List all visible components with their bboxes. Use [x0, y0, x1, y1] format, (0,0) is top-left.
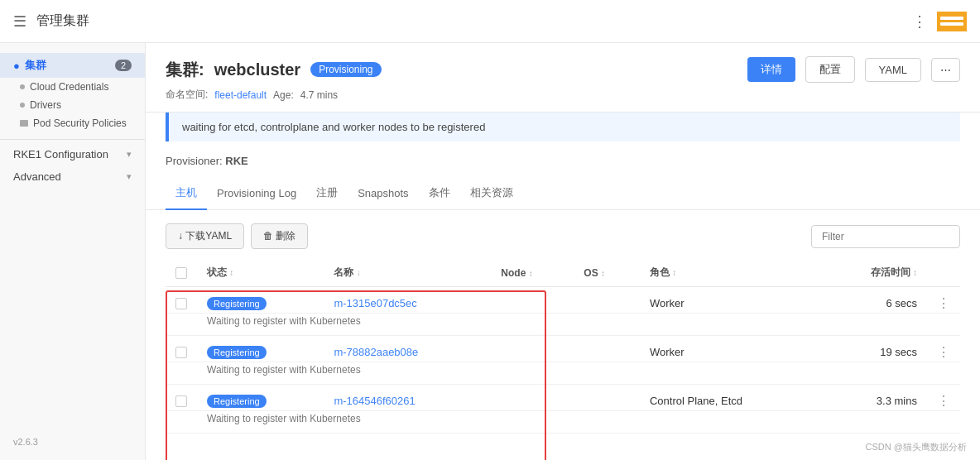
- download-yaml-button[interactable]: ↓ 下载YAML: [166, 223, 244, 249]
- row-checkbox[interactable]: [175, 395, 187, 407]
- uptime-value: 6 secs: [820, 287, 927, 314]
- role-value: Worker: [640, 287, 820, 314]
- topbar-dots-icon[interactable]: ⋮: [912, 12, 927, 31]
- table-row: Registering m-164546f60261 Control Plane…: [166, 385, 960, 411]
- row-checkbox[interactable]: [175, 347, 187, 358]
- data-table: 状态 ↕ 名称 ↓ Node ↕ OS ↕ 角色 ↕ 存活时间 ↕: [166, 259, 960, 434]
- col-role[interactable]: 角色 ↕: [640, 259, 820, 287]
- namespace-link[interactable]: fleet-default: [214, 89, 267, 101]
- row-actions-icon[interactable]: ⋮: [937, 394, 950, 408]
- alert-bar: waiting for etcd, controlplane and worke…: [166, 113, 960, 141]
- cloud-credentials-label: Cloud Credentials: [30, 81, 108, 93]
- provisioner-row: Provisioner: RKE: [146, 151, 980, 177]
- machine-link[interactable]: m-1315e07dc5ec: [334, 297, 416, 309]
- provisioning-badge: Provisioning: [310, 62, 381, 77]
- col-node[interactable]: Node ↕: [491, 259, 574, 287]
- topbar-title: 管理集群: [36, 12, 89, 30]
- provisioner-label: Provisioner:: [166, 155, 223, 167]
- more-button[interactable]: ⋯: [931, 58, 960, 82]
- table-row-sub: Waiting to register with Kubernetes: [166, 411, 960, 434]
- table-area: ↓ 下载YAML 🗑 删除 状态 ↕ 名称 ↓ Node ↕ OS ↕: [146, 210, 980, 447]
- chevron-down-icon: ▾: [127, 171, 132, 182]
- os-value: [574, 336, 640, 362]
- provisioner-value: RKE: [225, 155, 247, 167]
- table-row: Registering m-1315e07dc5ec Worker 6 secs…: [166, 287, 960, 314]
- circle-icon: ●: [13, 60, 20, 72]
- sidebar-item-advanced[interactable]: Advanced ▾: [0, 165, 145, 188]
- tabs-bar: 主机 Provisioning Log 注册 Snapshots 条件 相关资源: [146, 177, 980, 210]
- dot-icon: [20, 84, 25, 89]
- clusters-badge: 2: [115, 60, 132, 71]
- topbar: ☰ 管理集群 ⋮: [0, 0, 980, 43]
- col-status[interactable]: 状态 ↕: [197, 259, 324, 287]
- uptime-value: 19 secs: [820, 336, 927, 362]
- node-value: [491, 336, 574, 362]
- watermark: CSDN @猫头鹰数据分析: [866, 441, 967, 453]
- sidebar: ● 集群 2 Cloud Credentials Drivers Pod Sec…: [0, 43, 146, 460]
- delete-button[interactable]: 🗑 删除: [251, 223, 308, 249]
- advanced-label: Advanced: [13, 170, 61, 183]
- sub-text: Waiting to register with Kubernetes: [197, 314, 960, 336]
- main-content: 集群: webcluster Provisioning 详情 配置 YAML ⋯…: [146, 43, 980, 460]
- tab-snapshots[interactable]: Snapshots: [348, 179, 418, 209]
- table-wrapper: 状态 ↕ 名称 ↓ Node ↕ OS ↕ 角色 ↕ 存活时间 ↕: [166, 259, 960, 434]
- sidebar-item-clusters[interactable]: ● 集群 2: [0, 53, 145, 78]
- dot-icon: [20, 103, 25, 108]
- role-value: Worker: [640, 336, 820, 362]
- os-value: [574, 385, 640, 411]
- row-actions-icon[interactable]: ⋮: [937, 345, 950, 359]
- row-actions-icon[interactable]: ⋮: [937, 296, 950, 310]
- sub-text: Waiting to register with Kubernetes: [197, 411, 960, 434]
- pod-security-policies-label: Pod Security Policies: [33, 117, 127, 129]
- topbar-logo: [937, 12, 967, 31]
- namespace-label: 命名空间:: [166, 88, 208, 102]
- rect-icon: [20, 120, 28, 127]
- tab-registration[interactable]: 注册: [306, 177, 348, 210]
- yaml-button[interactable]: YAML: [865, 58, 921, 82]
- table-row: Registering m-78882aaeb08e Worker 19 sec…: [166, 336, 960, 362]
- config-button[interactable]: 配置: [805, 56, 855, 83]
- chevron-down-icon: ▾: [127, 149, 132, 160]
- row-checkbox[interactable]: [175, 298, 187, 309]
- sidebar-item-cloud-credentials[interactable]: Cloud Credentials: [0, 78, 145, 96]
- status-badge: Registering: [207, 346, 267, 359]
- cluster-header: 集群: webcluster Provisioning 详情 配置 YAML ⋯…: [146, 43, 980, 113]
- tab-provisioning-log[interactable]: Provisioning Log: [207, 179, 306, 209]
- detail-button[interactable]: 详情: [747, 57, 795, 82]
- cluster-name: webcluster: [214, 60, 300, 79]
- role-value: Control Plane, Etcd: [640, 385, 820, 411]
- age-value: 4.7 mins: [300, 89, 338, 101]
- cluster-title-prefix: 集群:: [166, 59, 204, 81]
- sidebar-item-drivers[interactable]: Drivers: [0, 96, 145, 114]
- rke1-label: RKE1 Configuration: [13, 148, 108, 161]
- filter-input[interactable]: [811, 225, 960, 248]
- drivers-label: Drivers: [30, 99, 61, 111]
- os-value: [574, 287, 640, 314]
- uptime-value: 3.3 mins: [820, 385, 927, 411]
- status-badge: Registering: [207, 395, 267, 408]
- node-value: [491, 385, 574, 411]
- menu-icon[interactable]: ☰: [13, 12, 26, 31]
- tab-related-resources[interactable]: 相关资源: [460, 177, 523, 210]
- machine-link[interactable]: m-78882aaeb08e: [334, 346, 418, 358]
- col-os[interactable]: OS ↕: [574, 259, 640, 287]
- age-label: Age:: [273, 89, 294, 101]
- version-label: v2.6.3: [0, 430, 51, 453]
- tab-hosts[interactable]: 主机: [166, 177, 207, 210]
- col-name[interactable]: 名称 ↓: [324, 259, 491, 287]
- sidebar-item-rke1-configuration[interactable]: RKE1 Configuration ▾: [0, 143, 145, 165]
- select-all-checkbox[interactable]: [175, 267, 187, 279]
- tab-conditions[interactable]: 条件: [419, 177, 460, 210]
- sidebar-item-pod-security-policies[interactable]: Pod Security Policies: [0, 114, 145, 132]
- col-uptime[interactable]: 存活时间 ↕: [820, 259, 927, 287]
- node-value: [491, 287, 574, 314]
- table-row-sub: Waiting to register with Kubernetes: [166, 362, 960, 385]
- status-badge: Registering: [207, 297, 267, 310]
- clusters-label: 集群: [25, 58, 46, 73]
- table-row-sub: Waiting to register with Kubernetes: [166, 314, 960, 336]
- table-toolbar: ↓ 下载YAML 🗑 删除: [166, 223, 960, 249]
- machine-link[interactable]: m-164546f60261: [334, 395, 415, 407]
- sub-text: Waiting to register with Kubernetes: [197, 362, 960, 385]
